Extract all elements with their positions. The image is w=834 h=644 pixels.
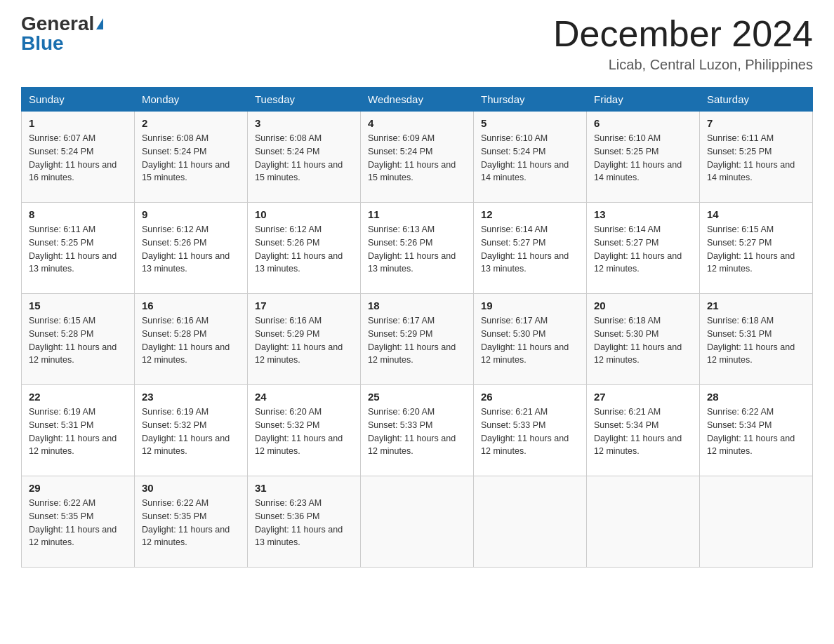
calendar-day-cell: 7 Sunrise: 6:11 AM Sunset: 5:25 PM Dayli… (700, 112, 813, 203)
day-info: Sunrise: 6:10 AM Sunset: 5:24 PM Dayligh… (481, 132, 579, 185)
day-number: 28 (707, 391, 805, 403)
day-number: 9 (142, 208, 240, 220)
calendar-day-cell: 2 Sunrise: 6:08 AM Sunset: 5:24 PM Dayli… (135, 112, 248, 203)
calendar-table: Sunday Monday Tuesday Wednesday Thursday… (21, 87, 813, 568)
day-info: Sunrise: 6:11 AM Sunset: 5:25 PM Dayligh… (29, 223, 127, 276)
day-number: 13 (594, 208, 692, 220)
calendar-day-cell: 14 Sunrise: 6:15 AM Sunset: 5:27 PM Dayl… (700, 203, 813, 294)
calendar-subtitle: Licab, Central Luzon, Philippines (553, 57, 813, 73)
day-info: Sunrise: 6:21 AM Sunset: 5:33 PM Dayligh… (481, 405, 579, 458)
day-number: 7 (707, 117, 805, 129)
calendar-day-cell: 27 Sunrise: 6:21 AM Sunset: 5:34 PM Dayl… (587, 385, 700, 476)
calendar-day-cell: 25 Sunrise: 6:20 AM Sunset: 5:33 PM Dayl… (361, 385, 474, 476)
day-info: Sunrise: 6:20 AM Sunset: 5:33 PM Dayligh… (368, 405, 466, 458)
calendar-day-cell: 29 Sunrise: 6:22 AM Sunset: 5:35 PM Dayl… (22, 476, 135, 568)
day-info: Sunrise: 6:19 AM Sunset: 5:32 PM Dayligh… (142, 405, 240, 458)
calendar-day-cell: 9 Sunrise: 6:12 AM Sunset: 5:26 PM Dayli… (135, 203, 248, 294)
day-number: 3 (255, 117, 353, 129)
calendar-day-cell: 3 Sunrise: 6:08 AM Sunset: 5:24 PM Dayli… (248, 112, 361, 203)
logo: General Blue (21, 14, 103, 53)
day-number: 4 (368, 117, 466, 129)
day-info: Sunrise: 6:17 AM Sunset: 5:29 PM Dayligh… (368, 314, 466, 367)
day-info: Sunrise: 6:16 AM Sunset: 5:29 PM Dayligh… (255, 314, 353, 367)
day-info: Sunrise: 6:12 AM Sunset: 5:26 PM Dayligh… (142, 223, 240, 276)
calendar-day-cell: 19 Sunrise: 6:17 AM Sunset: 5:30 PM Dayl… (474, 294, 587, 385)
day-number: 23 (142, 391, 240, 403)
page-header: General Blue December 2024 Licab, Centra… (21, 14, 813, 73)
calendar-day-cell: 22 Sunrise: 6:19 AM Sunset: 5:31 PM Dayl… (22, 385, 135, 476)
calendar-day-cell (474, 476, 587, 568)
day-number: 15 (29, 300, 127, 311)
day-number: 31 (255, 482, 353, 494)
day-info: Sunrise: 6:07 AM Sunset: 5:24 PM Dayligh… (29, 132, 127, 185)
day-info: Sunrise: 6:20 AM Sunset: 5:32 PM Dayligh… (255, 405, 353, 458)
calendar-header: Sunday Monday Tuesday Wednesday Thursday… (22, 88, 813, 112)
calendar-day-cell: 20 Sunrise: 6:18 AM Sunset: 5:30 PM Dayl… (587, 294, 700, 385)
header-wednesday: Wednesday (361, 88, 474, 112)
title-section: December 2024 Licab, Central Luzon, Phil… (553, 14, 813, 73)
day-number: 22 (29, 391, 127, 403)
calendar-day-cell: 23 Sunrise: 6:19 AM Sunset: 5:32 PM Dayl… (135, 385, 248, 476)
day-info: Sunrise: 6:10 AM Sunset: 5:25 PM Dayligh… (594, 132, 692, 185)
calendar-day-cell: 30 Sunrise: 6:22 AM Sunset: 5:35 PM Dayl… (135, 476, 248, 568)
day-info: Sunrise: 6:21 AM Sunset: 5:34 PM Dayligh… (594, 405, 692, 458)
day-number: 10 (255, 208, 353, 220)
logo-blue-text: Blue (21, 34, 64, 53)
calendar-week-row: 15 Sunrise: 6:15 AM Sunset: 5:28 PM Dayl… (22, 294, 813, 385)
calendar-day-cell: 11 Sunrise: 6:13 AM Sunset: 5:26 PM Dayl… (361, 203, 474, 294)
calendar-day-cell: 5 Sunrise: 6:10 AM Sunset: 5:24 PM Dayli… (474, 112, 587, 203)
day-number: 12 (481, 208, 579, 220)
header-row: Sunday Monday Tuesday Wednesday Thursday… (22, 88, 813, 112)
day-number: 11 (368, 208, 466, 220)
calendar-week-row: 22 Sunrise: 6:19 AM Sunset: 5:31 PM Dayl… (22, 385, 813, 476)
header-sunday: Sunday (22, 88, 135, 112)
day-number: 24 (255, 391, 353, 403)
calendar-day-cell: 28 Sunrise: 6:22 AM Sunset: 5:34 PM Dayl… (700, 385, 813, 476)
day-info: Sunrise: 6:14 AM Sunset: 5:27 PM Dayligh… (594, 223, 692, 276)
day-info: Sunrise: 6:18 AM Sunset: 5:30 PM Dayligh… (594, 314, 692, 367)
day-number: 2 (142, 117, 240, 129)
calendar-day-cell (587, 476, 700, 568)
day-info: Sunrise: 6:11 AM Sunset: 5:25 PM Dayligh… (707, 132, 805, 185)
day-number: 18 (368, 300, 466, 311)
day-number: 5 (481, 117, 579, 129)
calendar-day-cell: 26 Sunrise: 6:21 AM Sunset: 5:33 PM Dayl… (474, 385, 587, 476)
day-number: 27 (594, 391, 692, 403)
calendar-day-cell: 13 Sunrise: 6:14 AM Sunset: 5:27 PM Dayl… (587, 203, 700, 294)
header-friday: Friday (587, 88, 700, 112)
day-info: Sunrise: 6:22 AM Sunset: 5:34 PM Dayligh… (707, 405, 805, 458)
day-number: 1 (29, 117, 127, 129)
calendar-day-cell: 4 Sunrise: 6:09 AM Sunset: 5:24 PM Dayli… (361, 112, 474, 203)
day-info: Sunrise: 6:14 AM Sunset: 5:27 PM Dayligh… (481, 223, 579, 276)
day-number: 26 (481, 391, 579, 403)
day-info: Sunrise: 6:16 AM Sunset: 5:28 PM Dayligh… (142, 314, 240, 367)
day-number: 16 (142, 300, 240, 311)
day-info: Sunrise: 6:15 AM Sunset: 5:27 PM Dayligh… (707, 223, 805, 276)
day-info: Sunrise: 6:09 AM Sunset: 5:24 PM Dayligh… (368, 132, 466, 185)
day-number: 21 (707, 300, 805, 311)
logo-triangle-icon (96, 18, 103, 29)
calendar-day-cell: 1 Sunrise: 6:07 AM Sunset: 5:24 PM Dayli… (22, 112, 135, 203)
day-info: Sunrise: 6:22 AM Sunset: 5:35 PM Dayligh… (29, 497, 127, 549)
calendar-day-cell: 16 Sunrise: 6:16 AM Sunset: 5:28 PM Dayl… (135, 294, 248, 385)
calendar-week-row: 29 Sunrise: 6:22 AM Sunset: 5:35 PM Dayl… (22, 476, 813, 568)
calendar-day-cell: 21 Sunrise: 6:18 AM Sunset: 5:31 PM Dayl… (700, 294, 813, 385)
calendar-day-cell: 12 Sunrise: 6:14 AM Sunset: 5:27 PM Dayl… (474, 203, 587, 294)
calendar-day-cell: 15 Sunrise: 6:15 AM Sunset: 5:28 PM Dayl… (22, 294, 135, 385)
day-number: 14 (707, 208, 805, 220)
day-number: 25 (368, 391, 466, 403)
calendar-day-cell: 18 Sunrise: 6:17 AM Sunset: 5:29 PM Dayl… (361, 294, 474, 385)
calendar-day-cell (700, 476, 813, 568)
calendar-body: 1 Sunrise: 6:07 AM Sunset: 5:24 PM Dayli… (22, 112, 813, 568)
day-info: Sunrise: 6:13 AM Sunset: 5:26 PM Dayligh… (368, 223, 466, 276)
calendar-day-cell: 17 Sunrise: 6:16 AM Sunset: 5:29 PM Dayl… (248, 294, 361, 385)
header-saturday: Saturday (700, 88, 813, 112)
day-number: 6 (594, 117, 692, 129)
day-info: Sunrise: 6:18 AM Sunset: 5:31 PM Dayligh… (707, 314, 805, 367)
day-number: 17 (255, 300, 353, 311)
day-number: 30 (142, 482, 240, 494)
calendar-title: December 2024 (553, 14, 813, 54)
calendar-day-cell (361, 476, 474, 568)
day-info: Sunrise: 6:08 AM Sunset: 5:24 PM Dayligh… (142, 132, 240, 185)
day-info: Sunrise: 6:23 AM Sunset: 5:36 PM Dayligh… (255, 497, 353, 549)
